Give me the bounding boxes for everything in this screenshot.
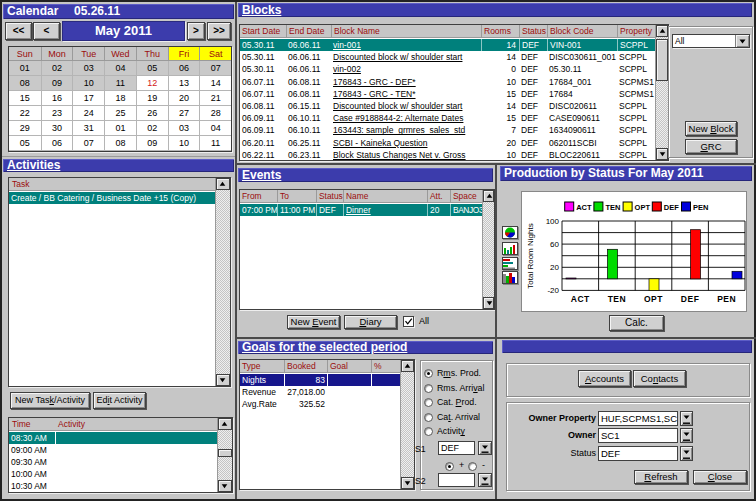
- svg-text:-20: -20: [547, 286, 559, 295]
- svg-text:Total Room Nights: Total Room Nights: [526, 223, 535, 288]
- svg-text:TEN: TEN: [605, 203, 620, 212]
- svg-text:OPT: OPT: [644, 294, 663, 304]
- svg-text:ACT: ACT: [571, 294, 590, 304]
- svg-text:OPT: OPT: [635, 203, 651, 212]
- svg-text:TEN: TEN: [608, 294, 627, 304]
- svg-text:DEF: DEF: [681, 294, 700, 304]
- svg-text:ACT: ACT: [576, 203, 592, 212]
- svg-text:100: 100: [546, 217, 560, 226]
- svg-text:PEN: PEN: [717, 294, 736, 304]
- svg-text:20: 20: [550, 263, 559, 272]
- svg-text:60: 60: [550, 240, 559, 249]
- svg-text:DEF: DEF: [664, 203, 679, 212]
- svg-text:PEN: PEN: [693, 203, 708, 212]
